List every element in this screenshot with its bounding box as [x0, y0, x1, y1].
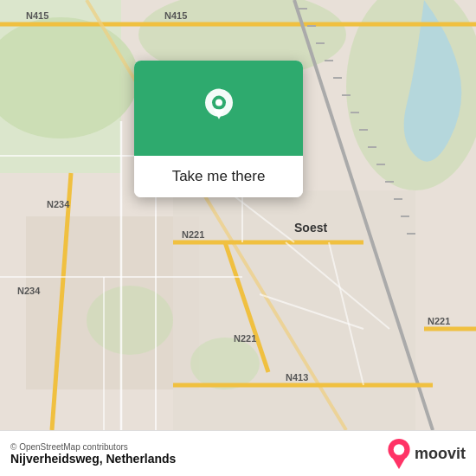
- svg-text:N234: N234: [17, 286, 41, 296]
- map-container: N415 N415 N234 N234 N221 N221 N413: [0, 0, 476, 430]
- svg-text:N234: N234: [47, 199, 70, 209]
- svg-point-9: [190, 338, 260, 389]
- location-pin-icon: [198, 87, 240, 129]
- location-name: Nijverheidsweg, Netherlands: [10, 452, 176, 466]
- bottom-bar: © OpenStreetMap contributors Nijverheids…: [0, 430, 476, 476]
- svg-text:N415: N415: [26, 10, 48, 21]
- popup-card: Take me there: [134, 61, 303, 197]
- svg-point-53: [215, 100, 222, 106]
- svg-text:N221: N221: [182, 229, 204, 240]
- osm-credit: © OpenStreetMap contributors: [10, 442, 176, 452]
- take-me-there-button[interactable]: Take me there: [134, 156, 303, 197]
- svg-text:Soest: Soest: [294, 221, 327, 235]
- svg-text:N221: N221: [234, 333, 256, 344]
- moovit-logo: moovit: [387, 438, 466, 469]
- svg-text:N221: N221: [428, 316, 450, 326]
- svg-point-56: [394, 444, 405, 455]
- svg-text:N415: N415: [164, 10, 187, 21]
- svg-text:N413: N413: [286, 372, 308, 383]
- moovit-pin-icon: [387, 438, 411, 469]
- bottom-left-info: © OpenStreetMap contributors Nijverheids…: [10, 442, 176, 466]
- svg-point-8: [87, 286, 173, 355]
- moovit-logo-text: moovit: [415, 445, 466, 463]
- svg-marker-57: [393, 458, 405, 469]
- popup-green-header: [134, 61, 303, 156]
